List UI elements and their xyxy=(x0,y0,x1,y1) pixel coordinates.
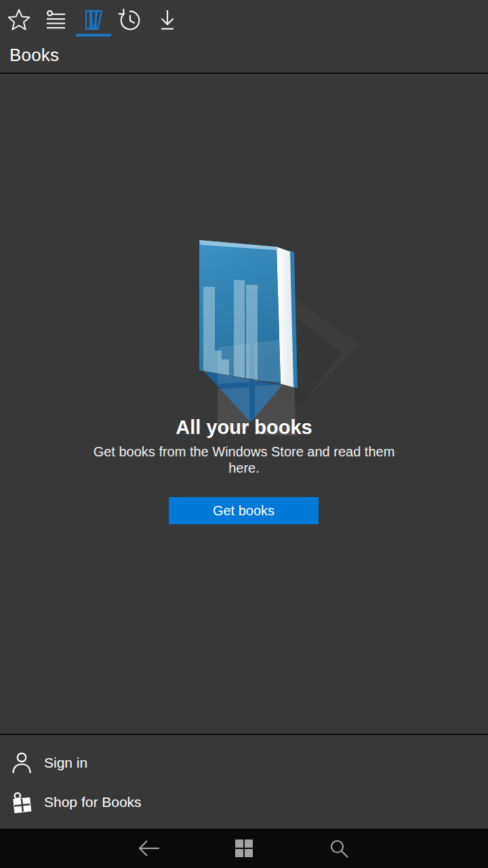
store-icon xyxy=(11,790,33,814)
sign-in-label: Sign in xyxy=(44,755,87,771)
selected-tab-indicator xyxy=(76,34,111,37)
download-icon xyxy=(155,7,180,34)
tab-books[interactable] xyxy=(79,5,106,35)
empty-state-description: Get books from the Windows Store and rea… xyxy=(85,443,403,476)
tab-history[interactable] xyxy=(117,5,144,35)
tab-reading-list[interactable] xyxy=(42,5,69,35)
history-icon xyxy=(117,7,144,34)
books-empty-state: All your books Get books from the Window… xyxy=(0,75,488,734)
empty-state-title: All your books xyxy=(0,416,488,439)
person-icon xyxy=(11,751,33,775)
shop-for-books-item[interactable]: Shop for Books xyxy=(0,783,488,822)
tab-downloads[interactable] xyxy=(154,5,181,35)
sign-in-item[interactable]: Sign in xyxy=(0,743,488,783)
get-books-button[interactable]: Get books xyxy=(169,497,319,524)
books-app-screen: Books xyxy=(0,0,488,868)
search-button[interactable] xyxy=(312,829,366,868)
back-button[interactable] xyxy=(122,829,176,868)
windows-logo-icon xyxy=(235,839,253,858)
start-button[interactable] xyxy=(217,829,271,868)
hub-header: Books xyxy=(0,0,488,74)
account-menu: Sign in Shop for Books xyxy=(0,734,488,829)
reading-list-icon xyxy=(43,7,68,33)
shop-for-books-label: Shop for Books xyxy=(44,794,142,810)
system-navigation-bar xyxy=(0,829,488,868)
tab-favorites[interactable] xyxy=(5,5,33,35)
star-icon xyxy=(7,7,31,33)
page-title: Books xyxy=(9,45,59,66)
back-arrow-icon xyxy=(136,837,163,859)
books-icon xyxy=(79,7,106,34)
search-icon xyxy=(329,838,349,859)
book-illustration xyxy=(169,231,373,441)
blue-book-graphic xyxy=(169,231,373,441)
